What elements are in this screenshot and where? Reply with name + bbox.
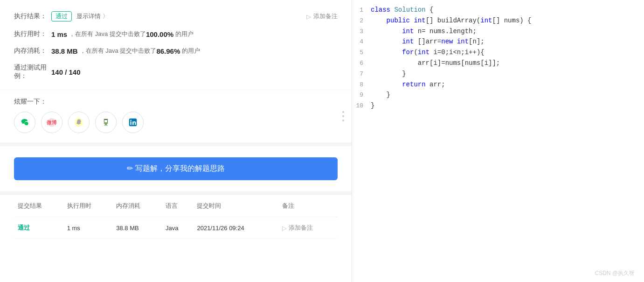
row-note[interactable]: ▷ 添加备注: [278, 217, 338, 239]
code-content: }: [371, 90, 390, 100]
row-lang: Java: [162, 217, 194, 239]
exec-time-label: 执行用时：: [14, 30, 51, 38]
line-number: 3: [356, 27, 371, 37]
wechat-icon[interactable]: [14, 112, 35, 133]
svg-rect-8: [104, 125, 107, 126]
exec-result-label: 执行结果：: [14, 12, 51, 21]
code-content: }: [371, 100, 374, 111]
code-line: 9 }: [352, 90, 644, 100]
pass-badge: 通过: [51, 11, 72, 21]
svg-rect-3: [104, 119, 108, 120]
row-result: 通过: [14, 217, 63, 239]
col-lang: 语言: [162, 195, 194, 217]
line-number: 1: [356, 6, 371, 15]
svg-rect-6: [105, 124, 105, 125]
svg-rect-5: [104, 123, 108, 124]
code-line: 1class Solution {: [352, 5, 644, 15]
code-line: 2 public int[] buildArray(int[] nums) {: [352, 15, 644, 26]
line-number: 2: [356, 16, 371, 26]
flag-small-icon: ▷: [282, 225, 287, 232]
code-line: 7 }: [352, 69, 644, 79]
show-detail-link[interactable]: 显示详情 〉: [76, 12, 109, 21]
code-content: public int[] buildArray(int[] nums) {: [371, 15, 532, 26]
svg-rect-4: [104, 120, 107, 123]
line-number: 5: [356, 48, 371, 58]
line-number: 7: [356, 70, 371, 79]
code-content: class Solution {: [371, 5, 433, 15]
line-number: 6: [356, 59, 371, 69]
linkedin-icon[interactable]: [122, 112, 144, 133]
code-editor-panel: 1class Solution {2 public int[] buildArr…: [352, 0, 644, 282]
code-line: 10}: [352, 100, 644, 111]
svg-point-11: [130, 120, 132, 121]
flag-icon: ▷: [306, 13, 311, 20]
watermark: CSDN @执久呀: [595, 269, 635, 277]
line-number: 9: [356, 91, 371, 100]
col-result: 提交结果: [14, 195, 63, 217]
svg-rect-10: [131, 121, 132, 125]
memory-suffix: 的用户: [180, 47, 200, 55]
code-line: 4 int []arr=new int[n];: [352, 36, 644, 47]
code-line: 3 int n= nums.length;: [352, 26, 644, 37]
code-line: 5 for(int i=0;i<n;i++){: [352, 47, 644, 58]
testcase-label: 通过测试用例：: [14, 63, 51, 80]
table-row: 通过 1 ms 38.8 MB Java 2021/11/26 09:24 ▷ …: [14, 217, 338, 239]
col-memory: 内存消耗: [112, 195, 162, 217]
col-time: 执行用时: [63, 195, 113, 217]
memory-value: 38.8 MB: [51, 47, 78, 55]
share-label: 炫耀一下：: [14, 98, 338, 106]
memory-percent: 86.96%: [156, 47, 180, 55]
svg-text:微博: 微博: [47, 120, 57, 125]
code-content: for(int i=0;i<n;i++){: [371, 47, 485, 57]
row-time: 1 ms: [63, 217, 113, 239]
exec-time-value: 1 ms: [51, 30, 67, 38]
line-number: 4: [356, 37, 371, 47]
snapchat-icon[interactable]: [68, 112, 90, 133]
memory-label: 内存消耗：: [14, 47, 51, 55]
code-content: return arr;: [371, 79, 445, 90]
exec-time-percent: 100.00%: [146, 30, 173, 38]
code-line: 6 arr[i]=nums[nums[i]];: [352, 58, 644, 69]
col-note: 备注: [278, 195, 338, 217]
submissions-table: 提交结果 执行用时 内存消耗 语言 提交时间 备注 通过 1 ms 38.8 M…: [14, 195, 338, 239]
write-solution-button[interactable]: ✏ 写题解，分享我的解题思路: [14, 157, 338, 180]
line-number: 8: [356, 80, 371, 90]
douban-icon[interactable]: [95, 112, 117, 133]
code-content: arr[i]=nums[nums[i]];: [371, 58, 500, 68]
code-content: int []arr=new int[n];: [371, 36, 485, 47]
row-memory: 38.8 MB: [112, 217, 162, 239]
add-note-button[interactable]: ▷ 添加备注: [306, 12, 338, 21]
code-content: int n= nums.length;: [371, 26, 477, 36]
exec-time-suffix: 的用户: [173, 30, 194, 38]
line-number: 10: [356, 101, 371, 111]
code-content: }: [371, 69, 406, 79]
row-submit-time: 2021/11/26 09:24: [193, 217, 278, 239]
code-line: 8 return arr;: [352, 79, 644, 90]
testcase-value: 140 / 140: [51, 68, 81, 76]
exec-time-separator: ，在所有 Java 提交中击败了: [69, 30, 146, 38]
svg-rect-7: [106, 124, 106, 125]
col-submit-time: 提交时间: [193, 195, 278, 217]
weibo-icon[interactable]: 微博: [41, 112, 62, 133]
memory-separator: ，在所有 Java 提交中击败了: [80, 47, 157, 55]
